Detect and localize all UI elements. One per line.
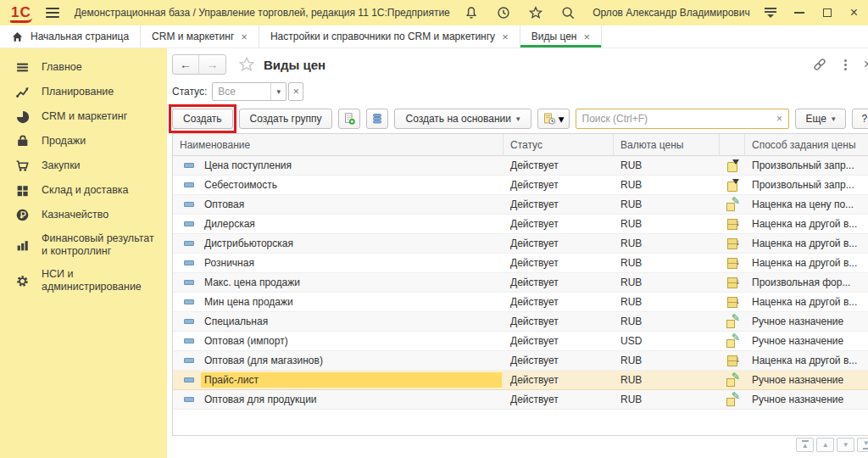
go-up-icon[interactable]: ▲ (816, 438, 834, 452)
table-row[interactable]: Мин цена продажи Действует RUB Наценка н… (173, 293, 868, 312)
sidebar-item-treasury[interactable]: Казначейство (0, 203, 167, 227)
status-filter-clear-button[interactable]: × (288, 82, 303, 101)
tab-home[interactable]: Начальная страница (0, 25, 141, 47)
search-clear-icon[interactable]: × (771, 113, 788, 125)
item-icon (184, 358, 194, 363)
tab-close-icon[interactable]: × (241, 31, 248, 42)
close-icon[interactable]: × (850, 6, 858, 20)
table-row[interactable]: Макс. цена продажи Действует RUB Произво… (173, 273, 868, 293)
table-header: Наименование Статус Валюта цены Способ з… (173, 134, 868, 156)
table-row[interactable]: Розничная Действует RUB Наценка на друго… (173, 254, 868, 273)
table-row[interactable]: Себестоимость Действует RUB Произвольный… (173, 176, 868, 195)
status-filter-label: Статус: (172, 86, 207, 98)
nav-forward-button[interactable]: → (199, 55, 225, 74)
purchases-cart-icon (14, 159, 31, 173)
column-header-status[interactable]: Статус (504, 134, 614, 155)
item-icon (184, 280, 194, 285)
create-button[interactable]: Создать (172, 109, 233, 129)
table-row[interactable]: Дистрибьюторская Действует RUB Наценка н… (173, 234, 868, 254)
sidebar-item-planning[interactable]: Планирование (0, 80, 167, 104)
tab-crm-settings[interactable]: Настройки и справочники по CRM и маркети… (259, 25, 520, 47)
tab-label: Начальная страница (31, 31, 129, 42)
change-history-button[interactable]: ▾ (537, 109, 570, 129)
favorites-icon[interactable] (528, 5, 543, 20)
tab-price-types[interactable]: Виды цен × (520, 25, 602, 47)
search-input[interactable] (576, 113, 771, 125)
main-menu-icon (14, 60, 31, 75)
item-icon (184, 163, 194, 168)
more-actions-icon[interactable] (844, 59, 847, 70)
status-filter-combobox[interactable]: Все ▾ (212, 82, 287, 101)
sidebar-item-crm[interactable]: CRM и маркетинг (0, 104, 167, 129)
filter-row: Статус: Все ▾ × (172, 81, 868, 103)
sidebar-item-sales[interactable]: Продажи (0, 129, 167, 154)
minimize-icon[interactable] (794, 12, 804, 14)
panel-toggle-icon[interactable] (764, 8, 777, 18)
nav-back-button[interactable]: ← (173, 55, 199, 74)
item-icon (184, 299, 194, 304)
go-bottom-icon[interactable]: ▼ (857, 438, 868, 452)
price-method-icon (726, 218, 739, 231)
history-icon[interactable] (496, 5, 511, 20)
help-button[interactable]: ? (852, 109, 868, 129)
table-row[interactable]: Дилерская Действует RUB Наценка на друго… (173, 215, 868, 234)
tab-close-icon[interactable]: × (583, 31, 590, 42)
sidebar-item-warehouse[interactable]: Склад и доставка (0, 178, 167, 203)
list-navigation: ▲ ▲ ▼ ▼ (796, 438, 868, 452)
chevron-down-icon[interactable]: ▾ (270, 83, 286, 100)
close-form-icon[interactable]: × (864, 58, 868, 71)
get-link-icon[interactable] (812, 57, 827, 72)
search-icon[interactable] (560, 5, 576, 20)
tab-close-icon[interactable]: × (502, 31, 509, 42)
copy-item-button[interactable] (338, 109, 360, 129)
current-user[interactable]: Орлов Александр Владимирович (593, 7, 750, 19)
sidebar-item-purchases[interactable]: Закупки (0, 154, 167, 178)
page-title: Виды цен (264, 58, 326, 72)
table-row[interactable]: Цена поступления Действует RUB Произволь… (173, 156, 868, 176)
price-method-icon (726, 394, 739, 406)
page-header: ← → Виды цен × (172, 48, 868, 81)
column-header-method-icon[interactable] (720, 134, 745, 155)
price-method-icon (726, 355, 739, 367)
tab-crm-marketing[interactable]: CRM и маркетинг × (141, 25, 259, 47)
table-row-selected[interactable]: Прайс-лист Действует RUB Ручное назначен… (173, 371, 868, 390)
column-header-name[interactable]: Наименование (173, 134, 504, 155)
item-icon (184, 338, 194, 344)
go-down-icon[interactable]: ▼ (837, 438, 854, 452)
create-group-button[interactable]: Создать группу (239, 109, 333, 129)
table-row[interactable]: Оптовая Действует RUB Наценка на цену по… (173, 195, 868, 215)
status-filter-value: Все (213, 86, 270, 98)
warehouse-grid-icon (14, 183, 31, 198)
go-top-icon[interactable]: ▲ (796, 438, 814, 452)
item-icon (184, 241, 194, 246)
home-icon (11, 31, 24, 43)
notifications-icon[interactable] (464, 5, 479, 20)
price-types-form: ← → Виды цен × Статус: Все ▾ × (167, 48, 868, 458)
crm-pie-icon (14, 109, 31, 124)
create-based-on-button[interactable]: Создать на основании ▾ (394, 109, 531, 129)
titlebar: 1С Демонстрационная база / Управление то… (0, 0, 868, 25)
search-field: × (576, 109, 789, 129)
sidebar-item-main[interactable]: Главное (0, 55, 167, 80)
sidebar-item-finance[interactable]: Финансовый результат и контроллинг (0, 227, 167, 263)
add-to-favorites-icon[interactable] (238, 56, 255, 73)
table-row[interactable]: Оптовая для продукции Действует RUB Ручн… (173, 390, 868, 410)
sidebar-item-admin[interactable]: НСИ и администрирование (0, 263, 167, 299)
price-types-table: Наименование Статус Валюта цены Способ з… (172, 133, 868, 436)
main-menu-icon[interactable] (46, 8, 59, 18)
column-header-method[interactable]: Способ задания цены (745, 134, 868, 155)
tab-label: Настройки и справочники по CRM и маркети… (270, 31, 495, 42)
table-row[interactable]: Оптовая (для магазинов) Действует RUB На… (173, 351, 868, 371)
window-title: Демонстрационная база / Управление торго… (75, 7, 450, 19)
chevron-down-icon: ▾ (559, 113, 565, 126)
list-settings-button[interactable] (366, 109, 388, 129)
maximize-icon[interactable] (823, 8, 832, 17)
column-header-currency[interactable]: Валюта цены (614, 134, 720, 155)
table-row[interactable]: Специальная Действует RUB Ручное назначе… (173, 312, 868, 332)
item-icon (184, 377, 194, 383)
table-row[interactable]: Оптовая (импорт) Действует USD Ручное на… (173, 332, 868, 351)
more-button[interactable]: Еще ▾ (795, 109, 847, 129)
price-method-icon (726, 159, 739, 172)
price-method-icon (726, 179, 739, 192)
sales-bag-icon (14, 134, 31, 148)
